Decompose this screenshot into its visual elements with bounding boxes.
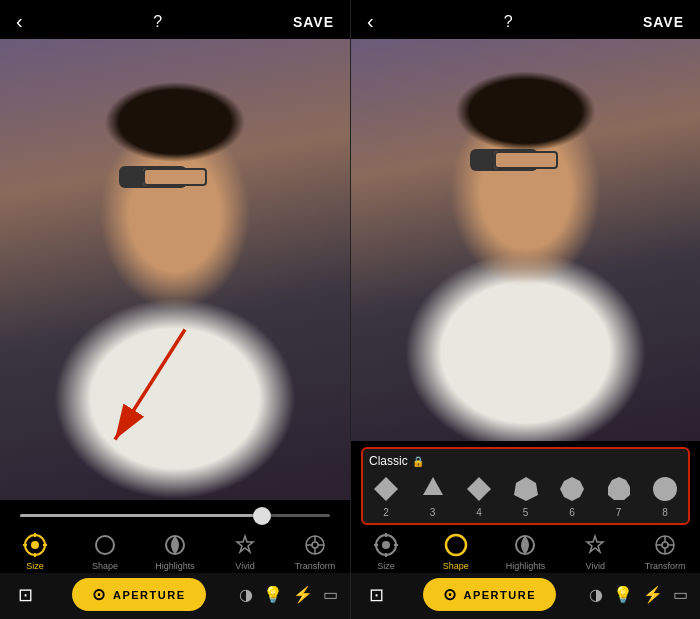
aperture-num-2: 2 <box>383 507 389 518</box>
left-tool-size[interactable]: Size <box>10 531 60 571</box>
svg-marker-10 <box>237 536 253 552</box>
aperture-lock-icon: 🔒 <box>412 456 424 467</box>
aperture-option-7[interactable]: 7 <box>602 472 636 518</box>
left-help-button[interactable]: ? <box>153 13 162 31</box>
svg-marker-19 <box>467 477 491 501</box>
right-highlights-label: Highlights <box>506 561 546 571</box>
right-shape-icon <box>442 531 470 559</box>
right-action-light[interactable]: 💡 <box>613 585 633 604</box>
right-size-icon <box>372 531 400 559</box>
aperture-num-3: 3 <box>430 507 436 518</box>
right-tool-highlights[interactable]: Highlights <box>500 531 550 571</box>
left-tool-vivid[interactable]: Vivid <box>220 531 270 571</box>
right-panel: ‹ ? SAVE Classic 🔒 2 <box>350 0 700 619</box>
left-transform-label: Transform <box>295 561 336 571</box>
right-aperture-icon: ⊙ <box>443 585 458 604</box>
right-action-bar: ⊡ ⊙ APERTURE ◑ 💡 ⚡ ▭ <box>351 573 700 619</box>
right-highlights-icon <box>511 531 539 559</box>
right-transform-icon <box>651 531 679 559</box>
aperture-num-6: 6 <box>569 507 575 518</box>
left-size-icon <box>21 531 49 559</box>
right-transform-label: Transform <box>645 561 686 571</box>
right-tool-shape[interactable]: Shape <box>431 531 481 571</box>
aperture-option-4[interactable]: 4 <box>462 472 496 518</box>
svg-marker-22 <box>608 477 630 500</box>
svg-marker-18 <box>423 477 443 495</box>
aperture-options-row: 2 3 4 <box>369 472 682 518</box>
left-action-light[interactable]: 💡 <box>263 585 283 604</box>
right-vivid-label: Vivid <box>586 561 605 571</box>
svg-point-3 <box>31 541 39 549</box>
right-toolbar: Size Shape Highlights <box>351 527 700 573</box>
aperture-option-8[interactable]: 8 <box>648 472 682 518</box>
aperture-shape-4 <box>462 472 496 506</box>
svg-point-25 <box>382 541 390 549</box>
left-tool-highlights[interactable]: Highlights <box>150 531 200 571</box>
left-vivid-icon <box>231 531 259 559</box>
left-transform-icon <box>301 531 329 559</box>
right-tool-transform[interactable]: Transform <box>640 531 690 571</box>
aperture-selector-header: Classic 🔒 <box>369 454 682 468</box>
aperture-shape-7 <box>602 472 636 506</box>
right-tool-vivid[interactable]: Vivid <box>570 531 620 571</box>
aperture-num-7: 7 <box>616 507 622 518</box>
arrow-overlay <box>0 39 350 500</box>
aperture-option-2[interactable]: 2 <box>369 472 403 518</box>
left-slider-track[interactable] <box>20 514 330 517</box>
aperture-shape-6 <box>555 472 589 506</box>
svg-point-30 <box>446 535 466 555</box>
left-action-crop[interactable]: ⊡ <box>12 582 39 608</box>
right-photo-area <box>351 39 700 441</box>
left-slider-thumb[interactable] <box>253 507 271 525</box>
aperture-shape-5 <box>509 472 543 506</box>
right-action-icons: ◑ 💡 ⚡ ▭ <box>589 585 688 604</box>
right-action-boost[interactable]: ⚡ <box>643 585 663 604</box>
aperture-classic-selector: Classic 🔒 2 3 <box>361 447 690 525</box>
left-header: ‹ ? SAVE <box>0 0 350 39</box>
left-aperture-button[interactable]: ⊙ APERTURE <box>72 578 205 611</box>
right-photo <box>351 39 700 441</box>
right-header: ‹ ? SAVE <box>351 0 700 39</box>
right-aperture-button[interactable]: ⊙ APERTURE <box>423 578 556 611</box>
aperture-option-5[interactable]: 5 <box>509 472 543 518</box>
left-back-button[interactable]: ‹ <box>16 10 23 33</box>
right-aperture-label: APERTURE <box>463 589 536 601</box>
left-tool-transform[interactable]: Transform <box>290 531 340 571</box>
left-slider-fill <box>20 514 262 517</box>
left-photo-area <box>0 39 350 500</box>
right-tool-size[interactable]: Size <box>361 531 411 571</box>
svg-marker-32 <box>587 536 603 552</box>
left-action-share[interactable]: ▭ <box>323 585 338 604</box>
svg-marker-20 <box>514 477 538 501</box>
aperture-option-6[interactable]: 6 <box>555 472 589 518</box>
right-save-button[interactable]: SAVE <box>643 14 684 30</box>
left-vivid-label: Vivid <box>235 561 254 571</box>
svg-marker-21 <box>560 477 584 501</box>
right-help-button[interactable]: ? <box>504 13 513 31</box>
right-back-button[interactable]: ‹ <box>367 10 374 33</box>
left-shape-icon <box>91 531 119 559</box>
left-highlights-icon <box>161 531 189 559</box>
left-save-button[interactable]: SAVE <box>293 14 334 30</box>
left-tool-shape[interactable]: Shape <box>80 531 130 571</box>
left-action-icons: ◑ 💡 ⚡ ▭ <box>239 585 338 604</box>
right-action-crop[interactable]: ⊡ <box>363 582 390 608</box>
right-action-tone[interactable]: ◑ <box>589 585 603 604</box>
left-shape-label: Shape <box>92 561 118 571</box>
left-action-boost[interactable]: ⚡ <box>293 585 313 604</box>
aperture-option-3[interactable]: 3 <box>416 472 450 518</box>
aperture-shape-8 <box>648 472 682 506</box>
aperture-num-8: 8 <box>662 507 668 518</box>
aperture-num-5: 5 <box>523 507 529 518</box>
right-action-share[interactable]: ▭ <box>673 585 688 604</box>
left-aperture-icon: ⊙ <box>92 585 107 604</box>
left-highlights-label: Highlights <box>155 561 195 571</box>
svg-point-23 <box>653 477 677 501</box>
svg-point-8 <box>96 536 114 554</box>
svg-line-1 <box>115 330 185 440</box>
left-action-tone[interactable]: ◑ <box>239 585 253 604</box>
left-aperture-label: APERTURE <box>113 589 186 601</box>
aperture-classic-label: Classic <box>369 454 408 468</box>
left-action-bar: ⊡ ⊙ APERTURE ◑ 💡 ⚡ ▭ <box>0 573 350 619</box>
left-panel: ‹ ? SAVE <box>0 0 350 619</box>
